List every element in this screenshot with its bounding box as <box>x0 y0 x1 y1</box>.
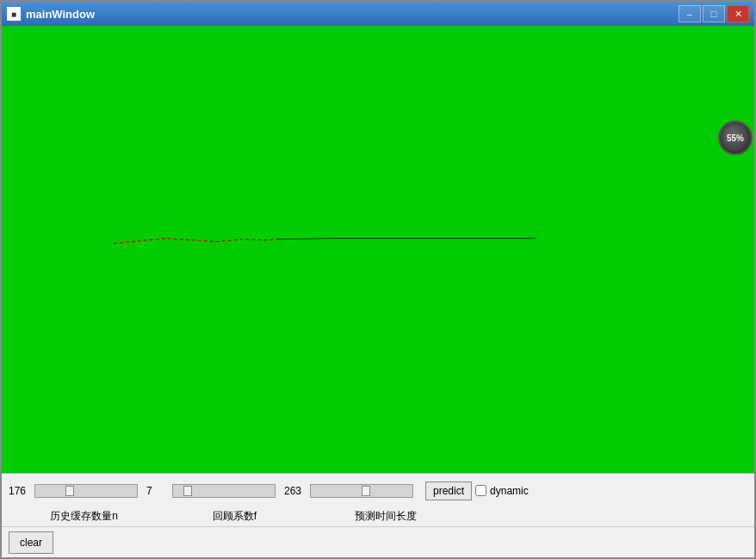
controls-row: 176 7 263 predict dynamic <box>2 473 754 507</box>
predict-button[interactable]: predict <box>425 481 472 500</box>
circle-indicator: 55% <box>718 121 753 155</box>
n-label-item: 历史缓存数量n <box>9 509 159 524</box>
t-value: 263 <box>284 485 308 497</box>
chart-canvas: 55% <box>2 26 754 473</box>
f-label-item: 回顾系数f <box>159 509 310 524</box>
t-control-group: 263 <box>284 484 415 498</box>
clear-button[interactable]: clear <box>9 531 53 554</box>
labels-row: 历史缓存数量n 回顾系数f 预测时间长度 <box>2 507 754 526</box>
t-slider[interactable] <box>310 484 413 498</box>
chart-lines-svg <box>2 26 754 473</box>
chart-area: 55% <box>2 26 754 473</box>
f-control-group: 7 <box>146 484 277 498</box>
n-value: 176 <box>9 485 33 497</box>
f-value: 7 <box>146 485 170 497</box>
t-label: 预测时间长度 <box>355 509 417 524</box>
titlebar-buttons: – □ ✕ <box>679 5 749 22</box>
n-control-group: 176 <box>9 484 139 498</box>
window-title: mainWindow <box>26 8 679 21</box>
maximize-button[interactable]: □ <box>703 5 725 22</box>
dynamic-checkbox[interactable] <box>475 485 486 496</box>
n-slider[interactable] <box>34 484 138 498</box>
close-button[interactable]: ✕ <box>727 5 749 22</box>
f-label: 回顾系数f <box>213 509 257 524</box>
main-window: ■ mainWindow – □ ✕ 55% 176 <box>0 0 756 559</box>
bottom-bar: clear <box>2 526 754 557</box>
t-label-item: 预测时间长度 <box>310 509 461 524</box>
minimize-button[interactable]: – <box>679 5 701 22</box>
window-icon: ■ <box>7 7 21 21</box>
dynamic-label: dynamic <box>490 485 529 497</box>
f-slider[interactable] <box>172 484 276 498</box>
n-label: 历史缓存数量n <box>50 509 118 524</box>
titlebar: ■ mainWindow – □ ✕ <box>2 2 754 26</box>
dynamic-checkbox-group: dynamic <box>475 485 529 497</box>
